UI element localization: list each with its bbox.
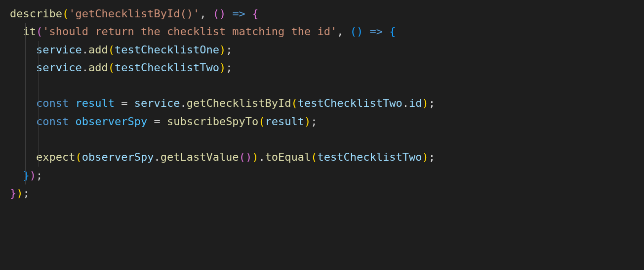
semicolon: ; [36, 169, 42, 181]
ident-observerSpy: observerSpy [82, 151, 154, 163]
ident-arg: result [265, 115, 304, 128]
paren-close: ) [16, 187, 23, 199]
ident-arg: testChecklistTwo [298, 97, 402, 109]
semicolon: ; [429, 151, 435, 163]
paren-open: ( [75, 151, 81, 163]
dot: . [402, 97, 409, 109]
paren-open: ( [62, 7, 69, 20]
code-line-blank [10, 77, 644, 94]
ident-arg: testChecklistOne [115, 44, 219, 56]
paren-open: ( [108, 44, 115, 56]
kw-const: const [36, 97, 69, 109]
code-line: }); [10, 184, 644, 202]
method-toEqual: toEqual [265, 151, 311, 163]
code-line: service.add(testChecklistTwo); [10, 59, 644, 77]
code-editor[interactable]: describe('getChecklistById()', () => { i… [0, 0, 644, 207]
kw-const: const [36, 115, 69, 128]
method-getChecklistById: getChecklistById [187, 97, 291, 109]
semicolon: ; [226, 61, 232, 74]
paren-open: ( [311, 151, 317, 163]
semicolon: ; [23, 187, 30, 199]
brace-open: { [389, 25, 396, 38]
string-literal: 'should return the checklist matching th… [42, 25, 337, 38]
paren-close: ) [219, 44, 226, 56]
fn-describe: describe [10, 7, 62, 20]
code-line: describe('getChecklistById()', () => { [10, 5, 644, 23]
paren-open: ( [213, 7, 219, 20]
semicolon: ; [429, 97, 435, 109]
code-line: expect(observerSpy.getLastValue()).toEqu… [10, 148, 644, 166]
prop-id: id [409, 97, 422, 109]
ident-service: service [36, 44, 82, 56]
dot: . [82, 44, 88, 56]
code-line: const observerSpy = subscribeSpyTo(resul… [10, 113, 644, 131]
string-literal: 'getChecklistById()' [69, 7, 200, 20]
method-add: add [88, 44, 108, 56]
fn-subscribeSpyTo: subscribeSpyTo [167, 115, 258, 128]
paren-close: ) [30, 169, 36, 181]
paren-close: ) [422, 151, 429, 163]
ident-service: service [36, 61, 82, 74]
code-line: service.add(testChecklistOne); [10, 41, 644, 59]
ident-arg: testChecklistTwo [318, 151, 422, 163]
semicolon: ; [226, 44, 232, 56]
brace-open: { [252, 7, 258, 20]
paren-close: ) [219, 61, 226, 74]
comma: , [200, 7, 213, 20]
equals: = [115, 97, 134, 109]
paren-close: ) [245, 151, 252, 163]
paren-open: ( [108, 61, 115, 74]
equals: = [147, 115, 167, 128]
space [245, 7, 252, 20]
ident-service: service [134, 97, 180, 109]
semicolon: ; [311, 115, 317, 128]
method-getLastValue: getLastValue [161, 151, 239, 163]
ident-arg: testChecklistTwo [115, 61, 219, 74]
dot: . [154, 151, 160, 163]
method-add: add [88, 61, 108, 74]
dot: . [258, 151, 265, 163]
space [226, 7, 232, 20]
paren-open: ( [36, 25, 42, 38]
paren-open: ( [350, 25, 357, 38]
comma: , [337, 25, 350, 38]
ident-observerSpy: observerSpy [75, 115, 147, 128]
code-line: it('should return the checklist matching… [10, 23, 644, 41]
fn-expect: expect [36, 151, 75, 163]
paren-open: ( [258, 115, 265, 128]
space [363, 25, 369, 38]
paren-close: ) [422, 97, 429, 109]
paren-open: ( [291, 97, 298, 109]
code-line: }); [10, 167, 644, 184]
paren-close: ) [252, 151, 258, 163]
brace-close: } [23, 169, 30, 181]
code-line-blank [10, 131, 644, 148]
paren-close: ) [219, 7, 226, 20]
paren-open: ( [239, 151, 245, 163]
paren-close: ) [304, 115, 311, 128]
dot: . [180, 97, 186, 109]
arrow: => [232, 7, 245, 20]
space [383, 25, 389, 38]
arrow: => [370, 25, 383, 38]
ident-result: result [75, 97, 114, 109]
paren-close: ) [357, 25, 363, 38]
dot: . [82, 61, 88, 74]
code-line: const result = service.getChecklistById(… [10, 94, 644, 112]
brace-close: } [10, 187, 16, 199]
